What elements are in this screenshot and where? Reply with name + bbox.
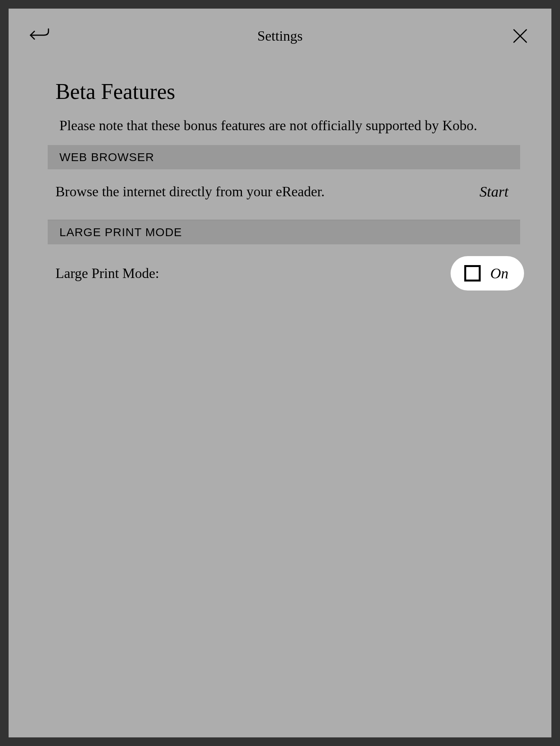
back-button[interactable] [28,24,52,48]
close-button[interactable] [508,24,532,48]
web-browser-row: Browse the internet directly from your e… [48,169,520,220]
large-print-toggle[interactable]: On [451,256,524,291]
web-browser-description: Browse the internet directly from your e… [55,183,325,200]
close-icon [512,28,528,44]
checkbox-icon [464,265,481,282]
page-header-title: Settings [257,28,302,44]
settings-screen: Settings Beta Features Please note that … [9,9,551,737]
large-print-label: Large Print Mode: [55,265,159,282]
content-area: Beta Features Please note that these bon… [9,59,551,302]
header-bar: Settings [9,9,551,59]
back-arrow-icon [30,28,50,44]
page-description: Please note that these bonus features ar… [9,116,551,145]
large-print-row: Large Print Mode: On [9,244,551,302]
web-browser-section-header: WEB BROWSER [48,145,520,169]
toggle-state-label: On [490,265,508,282]
page-title: Beta Features [9,79,551,116]
large-print-section-header: LARGE PRINT MODE [48,220,520,244]
start-button[interactable]: Start [479,183,512,200]
